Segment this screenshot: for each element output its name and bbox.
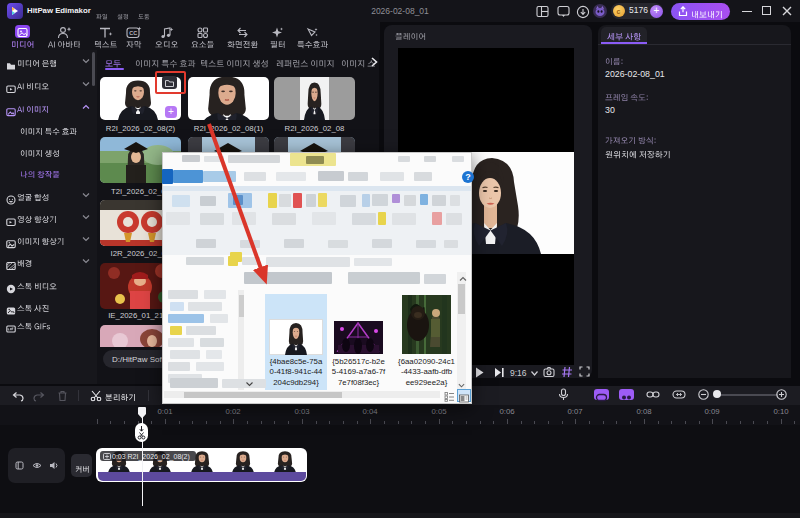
svg-text:CC: CC xyxy=(129,30,137,36)
